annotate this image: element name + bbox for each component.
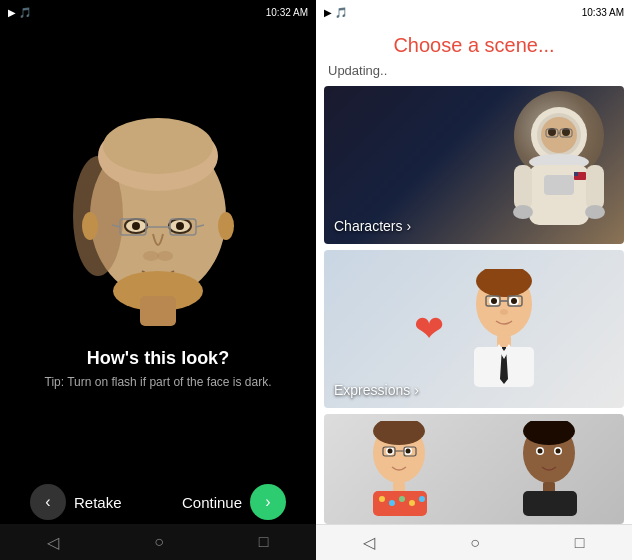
svg-rect-62 xyxy=(373,491,427,516)
expressions-person-svg xyxy=(454,269,554,389)
svg-point-57 xyxy=(405,449,410,454)
recents-nav-icon-right[interactable]: □ xyxy=(575,534,585,552)
left-panel: ▶ 🎵 10:32 AM xyxy=(0,0,316,560)
back-nav-icon-right[interactable]: ◁ xyxy=(363,533,375,552)
continue-button[interactable]: Continue › xyxy=(182,484,286,520)
updating-text: Updating.. xyxy=(316,61,632,86)
svg-point-63 xyxy=(379,496,385,502)
characters-scene-card[interactable]: Characters › xyxy=(324,86,624,244)
svg-point-65 xyxy=(399,496,405,502)
svg-point-19 xyxy=(218,212,234,240)
svg-rect-20 xyxy=(140,296,176,326)
status-icons-left: 10:32 AM xyxy=(266,7,308,18)
retake-label: Retake xyxy=(74,494,122,511)
heart-icon: ❤ xyxy=(414,308,444,350)
retake-icon[interactable]: ‹ xyxy=(30,484,66,520)
nav-bar-right: ◁ ○ □ xyxy=(316,524,632,560)
status-time-left: 10:32 AM xyxy=(266,7,308,18)
third-person-right-svg xyxy=(507,421,592,516)
svg-point-73 xyxy=(555,449,560,454)
face-3d xyxy=(68,116,248,336)
svg-point-8 xyxy=(132,222,140,230)
nav-bar-left: ◁ ○ □ xyxy=(0,524,316,560)
svg-rect-33 xyxy=(544,175,574,195)
bottom-action-bar: ‹ Retake Continue › xyxy=(0,484,316,520)
status-icons-right: 10:33 AM xyxy=(582,7,624,18)
svg-point-47 xyxy=(500,309,508,315)
home-nav-icon[interactable]: ○ xyxy=(154,533,164,551)
svg-point-67 xyxy=(419,496,425,502)
choose-scene-title: Choose a scene... xyxy=(316,24,632,61)
face-container: How's this look? Tip: Turn on flash if p… xyxy=(25,24,292,560)
svg-point-66 xyxy=(409,500,415,506)
svg-rect-35 xyxy=(586,165,604,210)
svg-point-36 xyxy=(513,205,533,219)
status-left-icon: ▶ 🎵 xyxy=(8,7,31,18)
astronaut-svg xyxy=(504,100,614,230)
svg-point-64 xyxy=(389,500,395,506)
status-left-icon-right: ▶ 🎵 xyxy=(324,7,347,18)
svg-point-15 xyxy=(143,251,159,261)
third-bg xyxy=(324,414,624,524)
third-scene-card[interactable] xyxy=(324,414,624,524)
recents-nav-icon[interactable]: □ xyxy=(259,533,269,551)
svg-point-43 xyxy=(511,298,517,304)
third-person-left-svg xyxy=(357,421,442,516)
svg-point-56 xyxy=(387,449,392,454)
svg-point-37 xyxy=(585,205,605,219)
characters-label: Characters › xyxy=(334,218,411,234)
svg-point-42 xyxy=(491,298,497,304)
svg-rect-32 xyxy=(574,172,578,176)
svg-point-16 xyxy=(157,251,173,261)
svg-point-72 xyxy=(537,449,542,454)
status-time-right: 10:33 AM xyxy=(582,7,624,18)
characters-chevron: › xyxy=(406,218,411,234)
tip-text: Tip: Turn on flash if part of the face i… xyxy=(25,375,292,389)
face-svg xyxy=(68,116,248,336)
home-nav-icon-right[interactable]: ○ xyxy=(470,534,480,552)
status-bar-right: ▶ 🎵 10:33 AM xyxy=(316,0,632,24)
continue-label: Continue xyxy=(182,494,242,511)
expressions-label: Expressions › xyxy=(334,382,419,398)
status-bar-left: ▶ 🎵 10:32 AM xyxy=(0,0,316,24)
expressions-chevron: › xyxy=(414,382,419,398)
svg-rect-34 xyxy=(514,165,532,210)
svg-point-18 xyxy=(82,212,98,240)
scenes-list: Characters › ❤ xyxy=(316,86,632,524)
how-look-title: How's this look? xyxy=(87,348,229,369)
svg-rect-75 xyxy=(523,491,577,516)
retake-button[interactable]: ‹ Retake xyxy=(30,484,122,520)
continue-icon[interactable]: › xyxy=(250,484,286,520)
svg-point-3 xyxy=(103,118,213,174)
expressions-scene-card[interactable]: ❤ xyxy=(324,250,624,408)
back-nav-icon[interactable]: ◁ xyxy=(47,533,59,552)
right-panel: ▶ 🎵 10:33 AM Choose a scene... Updating.… xyxy=(316,0,632,560)
svg-point-9 xyxy=(176,222,184,230)
